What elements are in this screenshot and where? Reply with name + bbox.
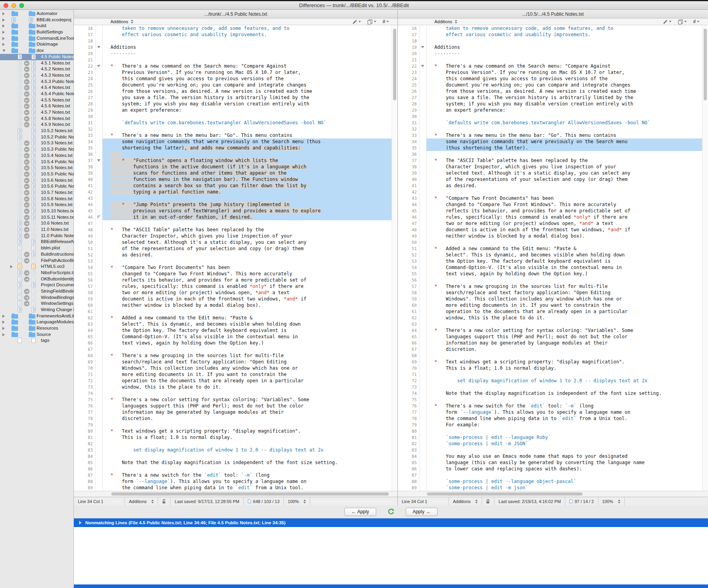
sidebar-item[interactable]: DiskImage bbox=[0, 41, 74, 48]
disclosure-triangle-icon[interactable] bbox=[2, 333, 5, 336]
status-mode-popup[interactable]: Additions bbox=[449, 497, 482, 505]
scrollbar-thumb[interactable] bbox=[393, 29, 396, 100]
scrollbar-thumb[interactable] bbox=[111, 492, 389, 496]
zoom-popup[interactable]: 100% bbox=[598, 497, 625, 505]
sidebar-item[interactable]: ←4.5.6 Notes.txt bbox=[0, 103, 74, 109]
documents-menu-button[interactable] bbox=[678, 19, 687, 24]
disclosure-triangle-icon[interactable] bbox=[2, 12, 5, 15]
right-text-view[interactable]: 16 taken to remove unnecessary code, add… bbox=[398, 25, 708, 491]
sidebar-item[interactable]: ←10.5.3 Public Not... bbox=[0, 146, 74, 153]
sidebar-item[interactable]: tags bbox=[0, 337, 74, 344]
sidebar-item[interactable]: Writing Change N... bbox=[0, 307, 74, 313]
sidebar-item[interactable]: ←10.5.7 Notes.txt bbox=[0, 190, 74, 196]
sidebar-item[interactable]: build bbox=[0, 23, 74, 29]
sidebar-item[interactable]: ←4.5.2 Notes.txt bbox=[0, 66, 74, 72]
close-window-button[interactable] bbox=[4, 3, 8, 8]
pencil-menu-button[interactable] bbox=[663, 19, 671, 24]
sidebar-item[interactable]: ←4.5.9 Notes.txt bbox=[0, 122, 74, 128]
sidebar-item[interactable]: ←BuildInstructions.txt bbox=[0, 251, 74, 258]
minimize-window-button[interactable] bbox=[11, 3, 16, 8]
sidebar-item[interactable]: ←10.5.5 Public Not... bbox=[0, 171, 74, 177]
sidebar-item[interactable]: ←4.5.7 Notes.txt bbox=[0, 109, 74, 116]
sidebar-item[interactable]: BuildSettings bbox=[0, 29, 74, 35]
sidebar-item[interactable]: 10.5.2 Notes.txt bbox=[0, 128, 74, 134]
sidebar-item[interactable]: HTML5.oo3 bbox=[0, 264, 74, 270]
sidebar-item[interactable]: →WindowSettings... bbox=[0, 300, 74, 307]
disclosure-triangle-icon[interactable] bbox=[2, 18, 5, 22]
sidebar-item[interactable]: ←4.5.3 Notes.txt bbox=[0, 72, 74, 79]
fold-triangle-icon[interactable] bbox=[97, 46, 100, 48]
sidebar-item[interactable]: BBEdit.xcodeproj bbox=[0, 17, 74, 23]
sidebar-item[interactable]: →OKButtonIdentity... bbox=[0, 276, 74, 282]
sidebar-item[interactable]: →WindowBindings... bbox=[0, 295, 74, 301]
sidebar-item[interactable]: ←10.5.6 Public Not... bbox=[0, 183, 74, 190]
sidebar-item[interactable]: 10.5.2 Public Not... bbox=[0, 134, 74, 140]
lock-toggle[interactable] bbox=[482, 497, 495, 505]
disclosure-triangle-icon[interactable] bbox=[2, 321, 5, 324]
differences-list-area[interactable] bbox=[74, 527, 708, 584]
recompare-button[interactable] bbox=[387, 508, 395, 516]
fold-triangle-icon[interactable] bbox=[97, 65, 100, 67]
sidebar-item[interactable]: ←10.5.6 Notes.txt bbox=[0, 177, 74, 184]
sidebar-item[interactable]: FrameworksAndLibra... bbox=[0, 313, 74, 319]
scrollbar-thumb[interactable] bbox=[704, 29, 707, 100]
fold-triangle-icon[interactable] bbox=[97, 159, 100, 162]
sidebar-item[interactable]: ←4.5.5 Notes.txt bbox=[0, 97, 74, 103]
sidebar-item[interactable]: →NibsForScripts.txt bbox=[0, 270, 74, 276]
sidebar-item[interactable]: →StringFieldBindin... bbox=[0, 288, 74, 295]
disclosure-triangle-icon[interactable] bbox=[2, 37, 5, 40]
sidebar-item[interactable]: Resources bbox=[0, 325, 74, 332]
sidebar-item[interactable]: ←10.5.11 Notes.txt bbox=[0, 214, 74, 221]
scrollbar-thumb[interactable] bbox=[427, 492, 583, 496]
sidebar-item[interactable]: Automator bbox=[0, 11, 74, 17]
sidebar-item[interactable]: dox bbox=[0, 48, 74, 54]
disclosure-triangle-icon[interactable] bbox=[2, 315, 5, 318]
sidebar-item[interactable]: ←4.5.1 Notes.txt bbox=[0, 60, 74, 66]
sidebar-item[interactable]: ←10.5.4 Public Not... bbox=[0, 159, 74, 165]
lock-toggle[interactable] bbox=[158, 497, 171, 505]
sidebar-item[interactable]: ←10.5.5 Notes.txt bbox=[0, 165, 74, 171]
disclosure-triangle-icon[interactable] bbox=[2, 43, 5, 46]
sidebar-item[interactable]: LanguageModules bbox=[0, 319, 74, 325]
left-horizontal-scrollbar[interactable] bbox=[74, 491, 397, 497]
sidebar-item[interactable]: ←10.5.8 Notes.txt bbox=[0, 196, 74, 202]
fold-triangle-icon[interactable] bbox=[421, 46, 424, 48]
sidebar-item[interactable]: 4.5 Public Notes.txt bbox=[0, 54, 74, 60]
zoom-window-button[interactable] bbox=[19, 3, 24, 8]
line-number-menu-button[interactable]: # bbox=[383, 19, 389, 24]
sidebar-item[interactable]: ←10.5.3 Notes.txt bbox=[0, 140, 74, 146]
line-number-menu-button[interactable]: # bbox=[693, 19, 699, 24]
right-mode-popup[interactable]: Additions bbox=[434, 19, 452, 24]
sidebar-item[interactable]: ←4.5.8 Notes.txt bbox=[0, 116, 74, 122]
disclosure-triangle-icon[interactable] bbox=[2, 31, 5, 34]
left-text-view[interactable]: 16 taken to remove unnecessary code, add… bbox=[74, 25, 397, 491]
right-horizontal-scrollbar[interactable] bbox=[398, 491, 708, 497]
pencil-menu-button[interactable] bbox=[352, 19, 361, 24]
disclosure-triangle-icon[interactable] bbox=[79, 521, 82, 525]
right-vertical-scrollbar[interactable] bbox=[702, 25, 708, 491]
sidebar-item[interactable]: BBEditReleaseNo... bbox=[0, 239, 74, 245]
documents-menu-button[interactable] bbox=[367, 19, 376, 24]
sidebar-item[interactable]: ←4.5.4 Notes.txt bbox=[0, 85, 74, 91]
sidebar-item[interactable]: Source bbox=[0, 332, 74, 338]
apply-right-button[interactable]: Apply → bbox=[406, 508, 438, 516]
disclosure-triangle-icon[interactable] bbox=[10, 265, 13, 268]
left-vertical-scrollbar[interactable] bbox=[392, 25, 397, 491]
left-mode-popup[interactable]: Additions bbox=[110, 19, 128, 24]
disclosure-triangle-icon[interactable] bbox=[2, 24, 5, 28]
sidebar-item[interactable]: CommandLineTools bbox=[0, 35, 74, 42]
sidebar-item[interactable]: Project Documen... bbox=[0, 282, 74, 288]
disclosure-triangle-icon[interactable] bbox=[2, 50, 6, 52]
sidebar-item[interactable]: ←4.5.4 Public Note... bbox=[0, 91, 74, 97]
differences-result-row[interactable]: Nonmatching Lines (File 4.5 Public Notes… bbox=[74, 518, 708, 527]
zoom-popup[interactable]: 100% bbox=[284, 497, 310, 505]
sidebar-item[interactable]: ←10.5.4 Notes.txt bbox=[0, 153, 74, 159]
sidebar-item[interactable]: ←10.5.10 Notes.txt bbox=[0, 208, 74, 214]
apply-left-button[interactable]: ← Apply bbox=[344, 508, 376, 516]
sidebar-item[interactable]: →10.6 Notes.txt bbox=[0, 220, 74, 227]
sidebar-item[interactable]: ←10.5.9 Notes.txt bbox=[0, 202, 74, 208]
sidebar-item[interactable]: →11.0 Notes.txt bbox=[0, 227, 74, 233]
sidebar-item[interactable]: →FilePathActionBut... bbox=[0, 258, 74, 264]
status-mode-popup[interactable]: Additions bbox=[125, 497, 158, 505]
sidebar-item[interactable]: →11.0 Public Notes... bbox=[0, 233, 74, 239]
